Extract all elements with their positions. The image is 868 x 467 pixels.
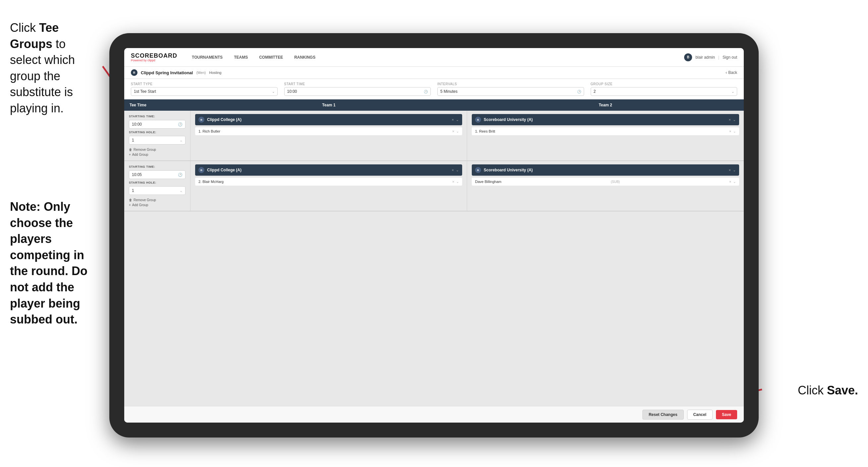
trash-icon-2: 🗑 [129,198,132,202]
brand: SCOREBOARD Powered by clippd [131,52,177,62]
tablet-screen: SCOREBOARD Powered by clippd TOURNAMENTS… [124,48,744,422]
remove-group-button-1[interactable]: 🗑 Remove Group [129,148,186,151]
col-team1: Team 1 [190,99,467,111]
start-time-value: 10:00 [287,89,297,94]
team-card-1-2[interactable]: B Clippd College (A) × ⌄ [195,165,462,176]
team-col-1-1: B Clippd College (A) × ⌄ 1. Rich Butler … [190,111,467,160]
starting-hole-input-1[interactable]: 1 ⌄ [129,136,186,145]
team-badge-1-1: B [198,117,205,123]
player-name-1-2-0: 2. Blair McHarg [198,180,224,184]
note-label: Note: [10,200,44,213]
nav-committee[interactable]: COMMITTEE [254,53,287,62]
starting-hole-input-2[interactable]: 1 ⌄ [129,186,186,195]
table-header: Tee Time Team 1 Team 2 [124,99,744,111]
chevron-icon-p-1-2-0: ⌄ [456,180,459,184]
chevron-down-icon-3: ⌄ [180,138,183,143]
player-name-1-1-0: 1. Rich Butler [198,129,220,133]
chevron-icon-2-1: ⌄ [733,118,736,122]
col-team2: Team 2 [467,99,744,111]
chevron-down-icon: ⌄ [272,90,275,93]
tee-time-actions-2: 🗑 Remove Group + Add Group [129,198,186,207]
navbar-nav: TOURNAMENTS TEAMS COMMITTEE RANKINGS [187,53,684,62]
brand-title: SCOREBOARD [131,52,177,59]
team-col-2-1: B Scoreboard University (A) × ⌄ 1. Rees … [467,111,744,160]
player-row-1-2-0[interactable]: 2. Blair McHarg × ⌄ [195,178,462,185]
chevron-icon-1-1: ⌄ [456,118,459,122]
close-icon-2-2: × [729,168,731,172]
note-text: Note: Only choose the players competing … [0,192,113,334]
col-tee-time: Tee Time [124,99,190,111]
note-body: Only choose the players competing in the… [10,200,88,326]
add-group-button-1[interactable]: + Add Group [129,153,186,156]
starting-time-input-1[interactable]: 10:00 🕐 [129,120,186,128]
instruction-text: Click Tee Groups to select which group t… [0,13,106,123]
team-name-2-2: Scoreboard University (A) [484,168,533,172]
chevron-down-icon-4: ⌄ [180,188,183,193]
close-icon-2-1: × [729,118,731,122]
group-size-value: 2 [594,89,596,94]
add-group-button-2[interactable]: + Add Group [129,203,186,207]
back-button[interactable]: ‹ Back [725,70,737,75]
team-col-2-2: B Scoreboard University (A) × ⌄ Dave Bil… [467,161,744,211]
close-icon-p-2-1-0: × [729,129,731,133]
chevron-icon-2-2: ⌄ [733,168,736,172]
intervals-label: Intervals [437,82,584,86]
group-size-input[interactable]: 2 ⌄ [591,87,738,96]
sign-out-link[interactable]: Sign out [722,55,737,60]
footer-bar: Reset Changes Cancel Save [124,406,744,422]
intervals-input[interactable]: 5 Minutes 🕐 [437,87,584,96]
intervals-field: Intervals 5 Minutes 🕐 [437,82,584,96]
player-name-2-2-0: Dave Billingham [475,180,501,184]
remove-group-button-2[interactable]: 🗑 Remove Group [129,198,186,202]
starting-time-label-1: STARTING TIME: [129,115,186,118]
tournament-name: Clippd Spring Invitational [141,70,193,75]
team-name-1-2: Clippd College (A) [207,168,242,172]
plus-icon-2: + [129,203,131,207]
start-type-label: Start Type [131,82,278,86]
trash-icon: 🗑 [129,148,132,151]
instruction-text-1: Click [10,21,39,34]
cancel-button[interactable]: Cancel [687,410,713,419]
team-badge-2-1: B [475,117,481,123]
reset-changes-button[interactable]: Reset Changes [642,410,684,419]
nav-tournaments[interactable]: TOURNAMENTS [187,53,227,62]
nav-teams[interactable]: TEAMS [229,53,252,62]
starting-time-input-2[interactable]: 10:05 🕐 [129,170,186,179]
clock-icon-2: 🕐 [577,90,581,93]
starting-hole-value-1: 1 [132,138,134,143]
back-label: Back [728,70,737,75]
team-name-2-1: Scoreboard University (A) [484,117,533,122]
team-card-2-1[interactable]: B Scoreboard University (A) × ⌄ [472,114,739,125]
clock-icon-3: 🕐 [178,122,183,126]
nav-rankings[interactable]: RANKINGS [289,53,320,62]
player-row-2-1-0[interactable]: 1. Rees Britt × ⌄ [472,127,739,135]
chevron-down-icon-2: ⌄ [732,90,734,93]
starting-hole-value-2: 1 [132,188,134,193]
close-icon-p-1-1-0: × [452,129,454,133]
tee-time-actions-1: 🗑 Remove Group + Add Group [129,148,186,156]
starting-time-value-1: 10:00 [132,122,142,126]
tournament-gender: (Men) [196,70,206,75]
remove-group-label-2: Remove Group [133,198,156,202]
clock-icon: 🕐 [424,90,428,93]
clock-icon-4: 🕐 [178,173,183,177]
player-row-1-1-0[interactable]: 1. Rich Butler × ⌄ [195,127,462,135]
team-card-1-1[interactable]: B Clippd College (A) × ⌄ [195,114,462,125]
start-time-field: Start Time 10:00 🕐 [284,82,431,96]
save-button[interactable]: Save [716,410,737,419]
group-size-label: Group Size [591,82,738,86]
click-save-pre: Click [798,383,827,397]
team-card-2-2[interactable]: B Scoreboard University (A) × ⌄ [472,165,739,176]
subheader-badge: B [131,69,137,76]
start-time-input[interactable]: 10:00 🕐 [284,87,431,96]
subheader: B Clippd Spring Invitational (Men) Hosti… [124,67,744,79]
chevron-icon-p-2-1-0: ⌄ [733,129,736,133]
team-badge-2-2: B [475,167,481,173]
team-col-1-2: B Clippd College (A) × ⌄ 2. Blair McHarg… [190,161,467,211]
click-save-instruction: Click Save. [798,383,858,398]
close-icon-p-1-2-0: × [452,180,454,184]
player-row-2-2-0[interactable]: Dave Billingham (SUB) × ⌄ [472,178,739,185]
add-group-label-1: Add Group [132,153,148,156]
start-type-input[interactable]: 1st Tee Start ⌄ [131,87,278,96]
start-type-value: 1st Tee Start [134,89,156,94]
